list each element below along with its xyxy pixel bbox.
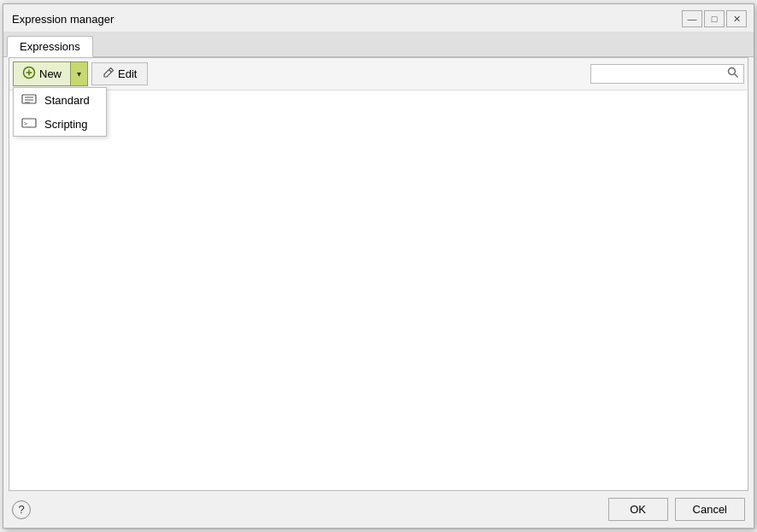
svg-line-5 bbox=[735, 74, 738, 78]
content-area: New ▾ Edit bbox=[9, 57, 748, 491]
search-button[interactable] bbox=[727, 67, 739, 81]
svg-line-3 bbox=[109, 70, 112, 73]
tab-bar: Expressions bbox=[3, 32, 754, 57]
tab-expressions[interactable]: Expressions bbox=[7, 36, 93, 57]
ok-button[interactable]: OK bbox=[608, 498, 668, 521]
search-input[interactable] bbox=[595, 67, 727, 80]
expression-manager-window: Expression manager — □ ✕ Expressions bbox=[3, 3, 754, 529]
dropdown-item-standard[interactable]: Standard bbox=[14, 88, 106, 112]
search-box bbox=[590, 64, 744, 84]
standard-icon bbox=[21, 93, 38, 107]
new-button-label: New bbox=[39, 67, 62, 80]
help-button[interactable]: ? bbox=[12, 500, 31, 519]
window-title: Expression manager bbox=[12, 13, 114, 26]
footer-buttons: OK Cancel bbox=[608, 498, 745, 521]
search-icon bbox=[727, 67, 739, 81]
dropdown-item-scripting[interactable]: >_ Scripting bbox=[14, 112, 106, 136]
new-button[interactable]: New bbox=[14, 62, 70, 85]
new-dropdown-arrow[interactable]: ▾ bbox=[70, 62, 87, 85]
minimize-button[interactable]: — bbox=[682, 10, 702, 27]
dropdown-item-standard-label: Standard bbox=[44, 94, 90, 107]
edit-button-label: Edit bbox=[118, 67, 137, 80]
svg-point-4 bbox=[729, 68, 736, 75]
close-button[interactable]: ✕ bbox=[726, 10, 747, 27]
main-panel bbox=[9, 91, 748, 490]
svg-text:>_: >_ bbox=[24, 120, 32, 127]
new-button-group: New ▾ bbox=[13, 61, 88, 86]
cancel-button[interactable]: Cancel bbox=[675, 498, 745, 521]
window-controls: — □ ✕ bbox=[682, 10, 747, 27]
new-dropdown-menu: Standard >_ Scripting bbox=[13, 87, 107, 137]
edit-icon bbox=[103, 67, 114, 81]
title-bar: Expression manager — □ ✕ bbox=[3, 4, 754, 32]
scripting-icon: >_ bbox=[21, 117, 38, 131]
edit-button[interactable]: Edit bbox=[91, 62, 148, 85]
footer-bar: ? OK Cancel bbox=[3, 491, 754, 528]
new-icon bbox=[22, 66, 36, 82]
toolbar: New ▾ Edit bbox=[9, 58, 748, 91]
dropdown-chevron-icon: ▾ bbox=[77, 69, 81, 79]
dropdown-item-scripting-label: Scripting bbox=[44, 118, 88, 131]
maximize-button[interactable]: □ bbox=[704, 10, 725, 27]
